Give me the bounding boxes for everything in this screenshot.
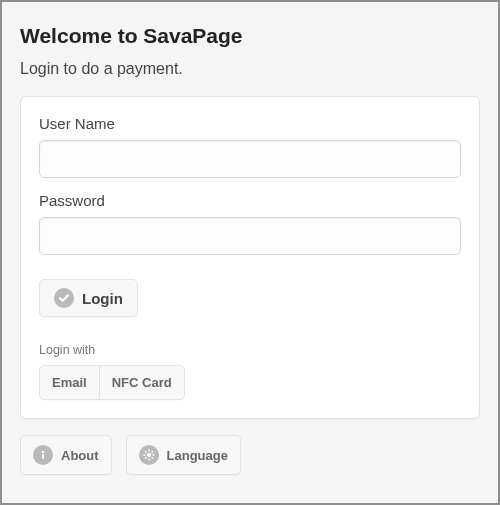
svg-rect-9 bbox=[151, 451, 153, 453]
svg-point-2 bbox=[146, 453, 150, 457]
info-icon bbox=[33, 445, 53, 465]
login-with-nfc-button[interactable]: NFC Card bbox=[100, 365, 185, 400]
language-label: Language bbox=[167, 448, 228, 463]
gear-icon bbox=[139, 445, 159, 465]
username-label: User Name bbox=[39, 115, 461, 132]
svg-rect-6 bbox=[152, 454, 154, 455]
about-label: About bbox=[61, 448, 99, 463]
login-card: User Name Password Login Login with Emai… bbox=[20, 96, 480, 419]
check-icon bbox=[54, 288, 74, 308]
login-button-label: Login bbox=[82, 290, 123, 307]
footer: About Language bbox=[20, 435, 480, 475]
svg-rect-3 bbox=[148, 450, 149, 452]
password-input[interactable] bbox=[39, 217, 461, 255]
login-button[interactable]: Login bbox=[39, 279, 138, 317]
login-with-nfc-label: NFC Card bbox=[112, 375, 172, 390]
svg-rect-10 bbox=[144, 457, 146, 459]
svg-point-0 bbox=[42, 451, 44, 453]
svg-rect-7 bbox=[144, 451, 146, 453]
login-with-email-button[interactable]: Email bbox=[39, 365, 100, 400]
page-subtitle: Login to do a payment. bbox=[20, 60, 480, 78]
password-label: Password bbox=[39, 192, 461, 209]
svg-rect-1 bbox=[42, 454, 44, 459]
login-page: Welcome to SavaPage Login to do a paymen… bbox=[2, 2, 498, 493]
login-with-email-label: Email bbox=[52, 375, 87, 390]
username-input[interactable] bbox=[39, 140, 461, 178]
page-title: Welcome to SavaPage bbox=[20, 24, 480, 48]
svg-rect-5 bbox=[143, 454, 145, 455]
login-with-label: Login with bbox=[39, 343, 461, 357]
svg-rect-4 bbox=[148, 459, 149, 461]
about-button[interactable]: About bbox=[20, 435, 112, 475]
language-button[interactable]: Language bbox=[126, 435, 241, 475]
svg-rect-8 bbox=[151, 457, 153, 459]
login-with-group: Email NFC Card bbox=[39, 365, 185, 400]
